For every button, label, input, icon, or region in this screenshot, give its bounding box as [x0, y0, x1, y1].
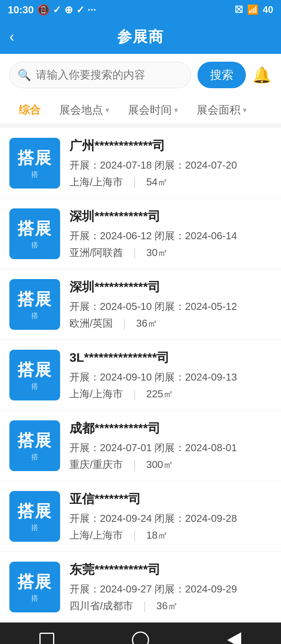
- company-location: 上海/上海市 ｜ 54㎡: [69, 175, 272, 189]
- filter-tab-comprehensive[interactable]: 综合: [9, 96, 50, 124]
- triangle-back-icon: [227, 632, 241, 644]
- chevron-down-icon: ▾: [105, 105, 109, 115]
- company-dates: 开展：2024-07-18 闭展：2024-07-20: [69, 158, 272, 172]
- company-location: 四川省/成都市 ｜ 36㎡: [69, 599, 272, 613]
- company-dates: 开展：2024-07-01 闭展：2024-08-01: [69, 441, 272, 455]
- filter-location-label: 展会地点: [59, 103, 103, 117]
- close-label: 闭展：: [155, 371, 185, 383]
- company-logo: 搭展 搭: [9, 562, 60, 612]
- company-info: 深圳***********司 开展：2024-06-12 闭展：2024-06-…: [69, 208, 272, 260]
- filter-tab-area[interactable]: 展会面积 ▾: [187, 96, 256, 124]
- area-text: 30㎡: [146, 247, 168, 258]
- open-date: 2024-09-10: [100, 371, 152, 383]
- filter-area-label: 展会面积: [197, 103, 240, 117]
- company-logo: 搭展 搭: [9, 491, 60, 542]
- logo-sub-text: 搭: [31, 240, 38, 250]
- open-label: 开展：: [69, 301, 100, 312]
- logo-main-text: 搭展: [18, 359, 52, 381]
- close-date: 2024-06-14: [185, 230, 237, 242]
- open-label: 开展：: [69, 230, 100, 242]
- open-date: 2024-09-24: [100, 512, 152, 524]
- battery-icon: ☒: [235, 4, 243, 15]
- close-label: 闭展：: [155, 159, 185, 171]
- check2-icon: ✓: [76, 4, 85, 16]
- logo-main-text: 搭展: [18, 500, 52, 522]
- company-name: 广州************司: [69, 137, 272, 155]
- location-text: 上海/上海市: [69, 529, 123, 541]
- status-bar-left: 10:30 📵 ✓ ⊕ ✓ ···: [8, 4, 96, 16]
- logo-sub-text: 搭: [31, 452, 38, 462]
- check-icon: ✓: [53, 4, 61, 16]
- logo-sub-text: 搭: [31, 594, 38, 603]
- logo-main-text: 搭展: [18, 430, 52, 452]
- company-name: 3L***************司: [69, 349, 272, 366]
- list-item[interactable]: 搭展 搭 广州************司 开展：2024-07-18 闭展：20…: [0, 128, 281, 199]
- list-item[interactable]: 搭展 搭 东莞***********司 开展：2024-09-27 闭展：202…: [0, 552, 281, 623]
- separator: ｜: [119, 317, 129, 329]
- open-label: 开展：: [69, 512, 100, 524]
- company-logo: 搭展 搭: [9, 420, 60, 471]
- filter-tab-location[interactable]: 展会地点 ▾: [50, 96, 119, 124]
- list-item[interactable]: 搭展 搭 亚信*******司 开展：2024-09-24 闭展：2024-09…: [0, 481, 281, 552]
- notification-bell-icon[interactable]: 🔔: [252, 66, 272, 84]
- location-text: 上海/上海市: [69, 176, 123, 188]
- back-button[interactable]: ‹: [9, 28, 14, 45]
- company-info: 3L***************司 开展：2024-09-10 闭展：2024…: [69, 349, 272, 401]
- close-label: 闭展：: [155, 583, 185, 595]
- logo-main-text: 搭展: [18, 218, 52, 240]
- logo-main-text: 搭展: [18, 288, 52, 310]
- company-logo: 搭展 搭: [9, 138, 60, 189]
- circle-icon: [132, 632, 149, 644]
- company-info: 成都***********司 开展：2024-07-01 闭展：2024-08-…: [69, 420, 272, 471]
- area-text: 36㎡: [157, 600, 178, 612]
- location-text: 亚洲/阿联酋: [69, 247, 123, 258]
- list-item[interactable]: 搭展 搭 深圳***********司 开展：2024-06-12 闭展：202…: [0, 199, 281, 269]
- company-dates: 开展：2024-09-24 闭展：2024-09-28: [69, 512, 272, 525]
- close-date: 2024-07-20: [185, 159, 237, 171]
- close-date: 2024-09-28: [185, 512, 237, 524]
- open-label: 开展：: [69, 583, 100, 595]
- company-dates: 开展：2024-05-10 闭展：2024-05-12: [69, 300, 272, 313]
- close-date: 2024-09-29: [185, 583, 237, 595]
- filter-tabs: 综合 展会地点 ▾ 展会时间 ▾ 展会面积 ▾: [0, 96, 281, 124]
- area-text: 300㎡: [146, 459, 173, 470]
- list-item[interactable]: 搭展 搭 3L***************司 开展：2024-09-10 闭展…: [0, 340, 281, 411]
- search-box[interactable]: 🔍: [9, 62, 191, 88]
- company-location: 上海/上海市 ｜ 225㎡: [69, 387, 272, 401]
- list-item[interactable]: 搭展 搭 成都***********司 开展：2024-07-01 闭展：202…: [0, 411, 281, 481]
- company-info: 东莞***********司 开展：2024-09-27 闭展：2024-09-…: [69, 561, 272, 613]
- page-title: 参展商: [117, 27, 164, 47]
- square-icon: [39, 633, 54, 644]
- company-info: 亚信*******司 开展：2024-09-24 闭展：2024-09-28 上…: [69, 491, 272, 542]
- nav-square-button[interactable]: [35, 628, 59, 644]
- filter-tab-time[interactable]: 展会时间 ▾: [119, 96, 187, 124]
- company-logo: 搭展 搭: [9, 279, 60, 330]
- separator: ｜: [140, 600, 149, 612]
- filter-time-label: 展会时间: [128, 103, 172, 117]
- open-date: 2024-07-01: [100, 442, 152, 454]
- open-label: 开展：: [69, 442, 100, 454]
- location-text: 欧洲/英国: [69, 317, 113, 329]
- nav-back-button[interactable]: [222, 628, 246, 644]
- company-name: 东莞***********司: [69, 561, 272, 578]
- battery-level: 40: [263, 4, 273, 15]
- location-text: 四川省/成都市: [69, 600, 133, 612]
- logo-main-text: 搭展: [18, 571, 52, 593]
- search-button[interactable]: 搜索: [197, 62, 246, 88]
- list-item[interactable]: 搭展 搭 深圳***********司 开展：2024-05-10 闭展：202…: [0, 269, 281, 340]
- chevron-down-icon: ▾: [243, 105, 247, 115]
- area-text: 18㎡: [146, 529, 168, 541]
- company-location: 欧洲/英国 ｜ 36㎡: [69, 317, 272, 330]
- company-info: 深圳***********司 开展：2024-05-10 闭展：2024-05-…: [69, 279, 272, 330]
- nav-home-button[interactable]: [129, 628, 152, 644]
- area-text: 36㎡: [136, 317, 158, 329]
- open-date: 2024-06-12: [100, 230, 152, 242]
- open-date: 2024-05-10: [100, 301, 152, 312]
- company-location: 上海/上海市 ｜ 18㎡: [69, 528, 272, 542]
- search-input[interactable]: [36, 69, 183, 81]
- logo-sub-text: 搭: [31, 170, 38, 179]
- logo-main-text: 搭展: [18, 147, 52, 169]
- separator: ｜: [130, 388, 139, 400]
- close-date: 2024-09-13: [185, 371, 237, 383]
- company-dates: 开展：2024-09-10 闭展：2024-09-13: [69, 370, 272, 384]
